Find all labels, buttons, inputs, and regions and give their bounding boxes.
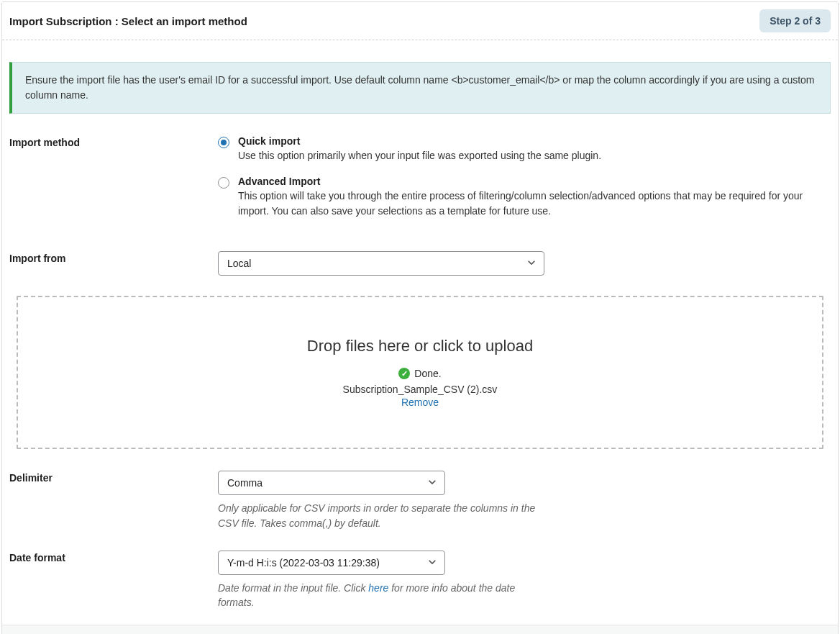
email-notice: Ensure the import file has the user's em… — [9, 62, 831, 114]
import-from-row: Import from Local — [9, 251, 831, 276]
chevron-down-icon — [526, 257, 537, 269]
import-from-label: Import from — [9, 251, 218, 264]
quick-import-desc: Use this option primarily when your inpu… — [238, 148, 831, 163]
delimiter-help: Only applicable for CSV imports in order… — [218, 501, 549, 530]
date-format-label: Date format — [9, 551, 218, 563]
advanced-import-option[interactable]: Advanced Import This option will take yo… — [218, 176, 831, 218]
date-format-help: Date format in the input file. Click her… — [218, 581, 549, 610]
panel-body: Ensure the import file has the user's em… — [2, 40, 838, 625]
panel-footer: Back Step 3: Advanced options/Batch impo… — [2, 625, 838, 634]
date-format-help-link[interactable]: here — [368, 582, 388, 594]
chevron-down-icon — [427, 556, 437, 569]
delimiter-row: Delimiter Comma Only applicable for CSV … — [9, 471, 831, 530]
date-format-value: Y-m-d H:i:s (2022-03-03 11:29:38) — [227, 557, 380, 569]
import-from-select[interactable]: Local — [218, 251, 544, 276]
advanced-import-radio[interactable] — [218, 177, 229, 189]
import-wizard-panel: Import Subscription : Select an import m… — [1, 1, 839, 634]
import-method-row: Import method Quick import Use this opti… — [9, 135, 831, 231]
quick-import-title: Quick import — [238, 135, 831, 147]
delimiter-select[interactable]: Comma — [218, 471, 445, 495]
uploaded-filename: Subscription_Sample_CSV (2).csv — [32, 384, 808, 395]
quick-import-radio[interactable] — [218, 137, 229, 148]
delimiter-label: Delimiter — [9, 471, 218, 484]
upload-status-text: Done. — [414, 368, 441, 379]
file-dropzone[interactable]: Drop files here or click to upload ✓ Don… — [17, 296, 823, 450]
panel-header: Import Subscription : Select an import m… — [2, 2, 838, 40]
upload-status-line: ✓ Done. — [398, 368, 441, 379]
import-from-value: Local — [227, 258, 251, 269]
import-method-label: Import method — [9, 135, 218, 148]
dropzone-title: Drop files here or click to upload — [32, 337, 808, 356]
date-format-select[interactable]: Y-m-d H:i:s (2022-03-03 11:29:38) — [218, 551, 445, 575]
advanced-import-desc: This option will take you through the en… — [238, 189, 831, 218]
page-title: Import Subscription : Select an import m… — [9, 15, 247, 27]
delimiter-value: Comma — [227, 477, 262, 489]
import-method-options: Quick import Use this option primarily w… — [218, 135, 831, 231]
quick-import-option[interactable]: Quick import Use this option primarily w… — [218, 135, 831, 163]
check-circle-icon: ✓ — [398, 368, 410, 379]
step-indicator: Step 2 of 3 — [759, 9, 831, 32]
remove-file-link[interactable]: Remove — [32, 397, 808, 408]
date-format-row: Date format Y-m-d H:i:s (2022-03-03 11:2… — [9, 551, 831, 610]
chevron-down-icon — [427, 477, 437, 489]
advanced-import-title: Advanced Import — [238, 176, 831, 187]
